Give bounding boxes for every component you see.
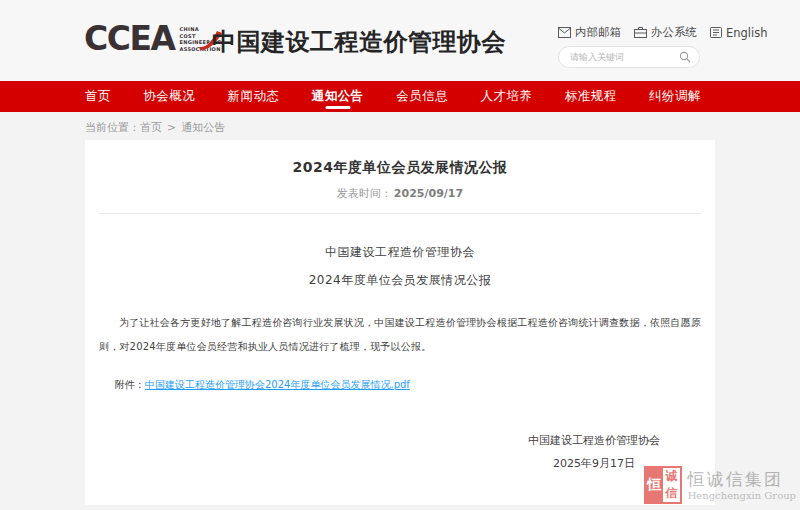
attachment-pdf-link[interactable]: 中国建设工程造价管理协会2024年度单位会员发展情况.pdf	[145, 379, 410, 390]
signature-date: 2025年9月17日	[528, 456, 660, 472]
page: CCEA CHINA COST ENGINEERING ASSOCIATION …	[0, 0, 800, 510]
quick-link-label: English	[726, 26, 768, 40]
document-heading-line2: 2024年度单位会员发展情况公报	[85, 270, 715, 290]
quick-link-label: 内部邮箱	[575, 25, 621, 40]
site-title: 中国建设工程造价管理协会	[212, 26, 506, 58]
site-logo[interactable]: CCEA CHINA COST ENGINEERING ASSOCIATION	[84, 21, 221, 57]
quick-link-office-system[interactable]: 办公系统	[634, 25, 697, 40]
quick-link-english[interactable]: English	[710, 26, 768, 40]
article-meta: 发表时间：2025/09/17	[85, 186, 715, 201]
site-header: CCEA CHINA COST ENGINEERING ASSOCIATION …	[0, 0, 800, 81]
publish-time: 2025/09/17	[394, 187, 463, 200]
nav-item-about[interactable]: 协会概况	[143, 81, 195, 112]
search-input[interactable]	[570, 52, 679, 62]
breadcrumb-home-link[interactable]: 首页	[140, 121, 162, 134]
search-icon[interactable]	[679, 51, 691, 63]
nav-item-mediation[interactable]: 纠纷调解	[649, 81, 701, 112]
attachment-row: 附件：中国建设工程造价管理协会2024年度单位会员发展情况.pdf	[99, 377, 701, 393]
quick-links: 内部邮箱 办公系统 English	[558, 25, 768, 40]
attachment-label: 附件：	[115, 379, 145, 390]
title-divider	[99, 213, 701, 214]
breadcrumb-prefix: 当前位置：	[85, 121, 140, 134]
nav-item-members[interactable]: 会员信息	[396, 81, 448, 112]
briefcase-icon	[634, 27, 647, 38]
breadcrumb-separator: >	[167, 121, 176, 134]
nav-item-home[interactable]: 首页	[85, 81, 111, 112]
quick-link-internal-mail[interactable]: 内部邮箱	[558, 25, 621, 40]
signature-name: 中国建设工程造价管理协会	[528, 433, 660, 449]
book-icon	[710, 27, 722, 38]
nav-item-notices[interactable]: 通知公告	[312, 81, 364, 112]
nav-item-news[interactable]: 新闻动态	[228, 81, 280, 112]
mail-icon	[558, 27, 571, 38]
main-nav: 首页 协会概况 新闻动态 通知公告 会员信息 人才培养 标准规程 纠纷调解	[0, 81, 800, 112]
search-box	[558, 46, 700, 68]
article-title: 2024年度单位会员发展情况公报	[85, 140, 715, 177]
publish-time-label: 发表时间：	[337, 187, 392, 200]
nav-item-standards[interactable]: 标准规程	[565, 81, 617, 112]
breadcrumb-current-link[interactable]: 通知公告	[181, 121, 225, 134]
breadcrumb: 当前位置：首页>通知公告	[85, 120, 225, 135]
document-heading-line1: 中国建设工程造价管理协会	[85, 242, 715, 262]
article-paragraph: 为了让社会各方更好地了解工程造价咨询行业发展状况，中国建设工程造价管理协会根据工…	[99, 311, 701, 359]
signature-block: 中国建设工程造价管理协会 2025年9月17日	[528, 433, 660, 472]
quick-link-label: 办公系统	[651, 25, 697, 40]
logo-acronym: CCEA	[84, 21, 175, 57]
article-card: 2024年度单位会员发展情况公报 发表时间：2025/09/17 中国建设工程造…	[85, 140, 715, 505]
nav-item-training[interactable]: 人才培养	[480, 81, 532, 112]
